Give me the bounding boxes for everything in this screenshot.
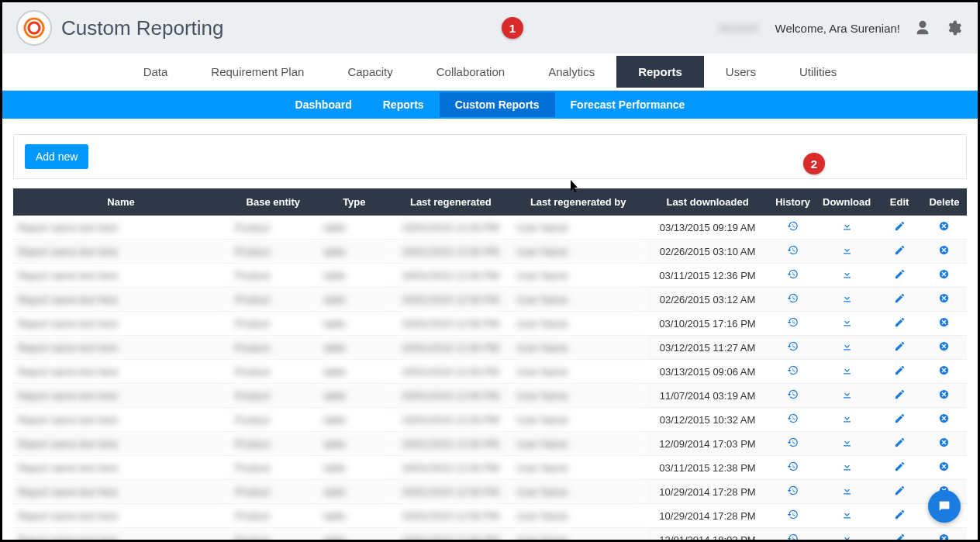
cell-base-entity: Product xyxy=(229,216,318,240)
main-nav-reports[interactable]: Reports xyxy=(616,56,704,88)
main-nav-utilities[interactable]: Utilities xyxy=(778,56,858,88)
cell-type: table xyxy=(318,408,392,432)
delete-icon[interactable] xyxy=(938,367,950,378)
sub-nav-dashboard[interactable]: Dashboard xyxy=(280,92,368,117)
main-nav-requirement-plan[interactable]: Requirement Plan xyxy=(189,56,326,88)
download-icon[interactable] xyxy=(841,439,853,451)
history-icon[interactable] xyxy=(787,319,799,330)
edit-icon[interactable] xyxy=(894,463,906,475)
main-nav-data[interactable]: Data xyxy=(122,56,190,88)
download-icon[interactable] xyxy=(841,391,853,402)
edit-icon[interactable] xyxy=(894,343,906,354)
delete-icon[interactable] xyxy=(938,391,950,402)
delete-icon[interactable] xyxy=(938,535,950,542)
download-icon[interactable] xyxy=(841,367,853,378)
col-base-entity[interactable]: Base entity xyxy=(229,188,318,216)
download-icon[interactable] xyxy=(841,463,853,475)
delete-icon[interactable] xyxy=(938,439,950,451)
cell-base-entity: Product xyxy=(229,456,318,480)
cell-name: Report name text here xyxy=(13,240,229,264)
delete-icon[interactable] xyxy=(938,223,950,234)
history-icon[interactable] xyxy=(787,463,799,475)
edit-icon[interactable] xyxy=(894,295,906,306)
account-name-obscured: Account xyxy=(719,22,758,34)
cell-name: Report name text here xyxy=(13,480,229,504)
history-icon[interactable] xyxy=(787,223,799,234)
cell-base-entity: Product xyxy=(229,504,318,528)
sub-nav: DashboardReportsCustom ReportsForecast P… xyxy=(2,91,978,119)
edit-icon[interactable] xyxy=(894,415,906,426)
sub-nav-forecast-performance[interactable]: Forecast Performance xyxy=(555,92,701,117)
annotation-1: 1 xyxy=(502,17,523,39)
history-icon[interactable] xyxy=(787,439,799,451)
history-icon[interactable] xyxy=(787,511,799,523)
col-name[interactable]: Name xyxy=(13,188,229,216)
user-icon[interactable] xyxy=(914,19,931,36)
col-edit: Edit xyxy=(877,188,922,216)
delete-icon[interactable] xyxy=(938,247,950,258)
cell-last-regen-by: User Name xyxy=(511,264,646,288)
download-icon[interactable] xyxy=(841,223,853,234)
download-icon[interactable] xyxy=(841,247,853,258)
edit-icon[interactable] xyxy=(894,535,906,542)
cell-last-regen: 03/01/2015 12:00 PM xyxy=(391,432,510,456)
download-icon[interactable] xyxy=(841,511,853,523)
cell-last-regen: 03/01/2015 12:00 PM xyxy=(391,504,510,528)
download-icon[interactable] xyxy=(841,487,853,499)
main-nav-collaboration[interactable]: Collaboration xyxy=(415,56,526,88)
delete-icon[interactable] xyxy=(938,295,950,306)
main-nav-analytics[interactable]: Analytics xyxy=(526,56,616,88)
edit-icon[interactable] xyxy=(894,319,906,330)
history-icon[interactable] xyxy=(787,415,799,426)
add-new-button[interactable]: Add new xyxy=(25,144,88,169)
history-icon[interactable] xyxy=(787,343,799,354)
download-icon[interactable] xyxy=(841,295,853,306)
history-icon[interactable] xyxy=(787,391,799,402)
edit-icon[interactable] xyxy=(894,271,906,282)
cell-last-regen: 03/01/2015 12:00 PM xyxy=(391,288,510,312)
main-nav-users[interactable]: Users xyxy=(704,56,778,88)
table-row: Report name text hereProducttable03/01/2… xyxy=(13,384,967,408)
delete-icon[interactable] xyxy=(938,319,950,330)
download-icon[interactable] xyxy=(841,319,853,330)
main-nav-capacity[interactable]: Capacity xyxy=(326,56,414,88)
cell-name: Report name text here xyxy=(13,216,229,240)
sub-nav-custom-reports[interactable]: Custom Reports xyxy=(440,92,555,117)
help-fab[interactable]: ? xyxy=(928,490,961,523)
table-row: Report name text hereProducttable03/01/2… xyxy=(13,336,967,360)
history-icon[interactable] xyxy=(787,295,799,306)
app-logo[interactable] xyxy=(18,12,50,44)
table-row: Report name text hereProducttable03/01/2… xyxy=(13,408,967,432)
download-icon[interactable] xyxy=(841,415,853,426)
sub-nav-reports[interactable]: Reports xyxy=(368,92,440,117)
edit-icon[interactable] xyxy=(894,247,906,258)
download-icon[interactable] xyxy=(841,535,853,542)
cell-base-entity: Product xyxy=(229,384,318,408)
col-type[interactable]: Type xyxy=(318,188,392,216)
edit-icon[interactable] xyxy=(894,391,906,402)
edit-icon[interactable] xyxy=(894,367,906,378)
delete-icon[interactable] xyxy=(938,415,950,426)
history-icon[interactable] xyxy=(787,271,799,282)
edit-icon[interactable] xyxy=(894,511,906,523)
history-icon[interactable] xyxy=(787,247,799,258)
gear-icon[interactable] xyxy=(945,19,962,36)
reports-table: Name Base entity Type Last regenerated L… xyxy=(13,188,967,542)
download-icon[interactable] xyxy=(841,343,853,354)
download-icon[interactable] xyxy=(841,271,853,282)
edit-icon[interactable] xyxy=(894,223,906,234)
cursor-icon xyxy=(571,180,581,194)
delete-icon[interactable] xyxy=(938,463,950,475)
delete-icon[interactable] xyxy=(938,343,950,354)
history-icon[interactable] xyxy=(787,535,799,542)
edit-icon[interactable] xyxy=(894,487,906,499)
cell-type: table xyxy=(318,216,392,240)
cell-name: Report name text here xyxy=(13,504,229,528)
history-icon[interactable] xyxy=(787,487,799,499)
delete-icon[interactable] xyxy=(938,271,950,282)
col-last-regenerated[interactable]: Last regenerated xyxy=(391,188,510,216)
edit-icon[interactable] xyxy=(894,439,906,451)
col-last-downloaded[interactable]: Last downloaded xyxy=(646,188,769,216)
table-header-row: Name Base entity Type Last regenerated L… xyxy=(13,188,967,216)
history-icon[interactable] xyxy=(787,367,799,378)
